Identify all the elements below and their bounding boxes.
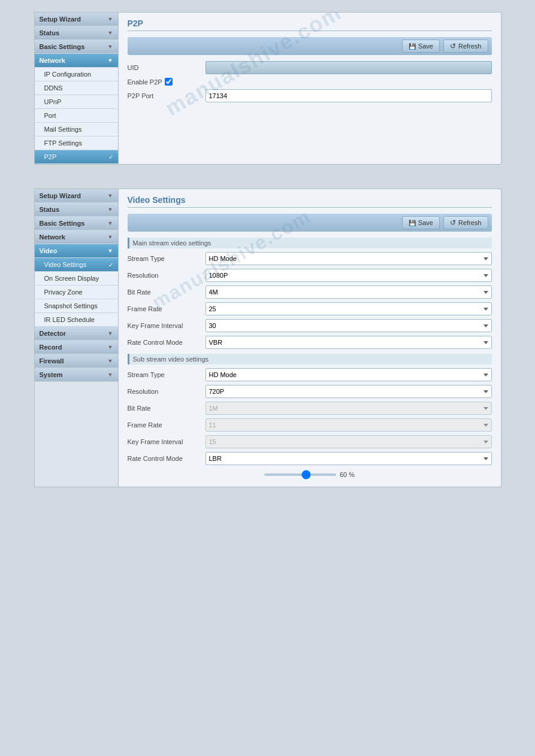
p2p-section-title: P2P — [128, 19, 492, 31]
sidebar-item-setup-wizard[interactable]: Setup Wizard ▼ — [35, 13, 118, 26]
main-stream-type-select[interactable]: HD Mode — [205, 252, 492, 265]
main-bit-rate-label: Bit Rate — [128, 289, 205, 296]
sidebar-item-ip-config[interactable]: IP Configuration — [35, 68, 118, 81]
sub-rate-control-select[interactable]: LBR — [205, 452, 492, 465]
v-sidebar-firewall[interactable]: Firewall ▼ — [35, 354, 118, 368]
sidebar-item-ddns[interactable]: DDNS — [35, 81, 118, 95]
v-system-label: System — [40, 371, 63, 378]
v-sidebar-record[interactable]: Record ▼ — [35, 341, 118, 354]
v-video-label: Video — [40, 247, 58, 254]
sub-frame-rate-select[interactable]: 11 — [205, 418, 492, 432]
enable-p2p-checkbox[interactable] — [165, 78, 173, 86]
main-key-frame-label: Key Frame Interval — [128, 322, 205, 329]
sub-key-frame-select[interactable]: 15 — [205, 435, 492, 448]
v-sidebar-video[interactable]: Video ▼ — [35, 244, 118, 258]
slider-value: 60 % — [340, 471, 355, 478]
p2p-port-row: P2P Port — [128, 89, 492, 102]
sidebar-item-ftp[interactable]: FTP Settings — [35, 136, 118, 150]
video-refresh-label: Refresh — [458, 219, 482, 226]
sidebar-item-status[interactable]: Status ▼ — [35, 26, 118, 40]
video-panel-container: Setup Wizard ▼ Status ▼ Basic Settings ▼… — [34, 189, 501, 487]
sub-stream-type-select[interactable]: HD Mode — [205, 368, 492, 381]
v-sidebar-video-settings[interactable]: Video Settings ✓ — [35, 258, 118, 272]
sub-key-frame-row: Key Frame Interval 15 — [128, 435, 492, 448]
basic-settings-arrow: ▼ — [108, 44, 113, 50]
v-firewall-label: Firewall — [40, 357, 64, 365]
p2p-save-button[interactable]: Save — [402, 40, 440, 53]
network-label: Network — [40, 57, 65, 64]
uid-label: UID — [128, 64, 205, 71]
main-key-frame-select[interactable]: 30 — [205, 319, 492, 332]
sub-resolution-select[interactable]: 720P — [205, 385, 492, 398]
v-sidebar-status[interactable]: Status ▼ — [35, 203, 118, 217]
sub-stream-header: Sub stream video settings — [128, 354, 492, 365]
v-sidebar-privacy[interactable]: Privacy Zone — [35, 286, 118, 299]
main-frame-rate-select[interactable]: 25 — [205, 302, 492, 315]
v-record-arrow: ▼ — [108, 344, 113, 350]
main-bit-rate-select[interactable]: 4M — [205, 286, 492, 299]
sidebar-item-mail[interactable]: Mail Settings — [35, 123, 118, 136]
video-section-title: Video Settings — [128, 195, 492, 208]
main-frame-rate-row: Frame Rate 25 — [128, 302, 492, 315]
enable-p2p-row: Enable P2P — [128, 78, 492, 86]
ftp-label: FTP Settings — [44, 139, 82, 147]
v-video-arrow: ▼ — [108, 248, 113, 254]
v-privacy-label: Privacy Zone — [44, 289, 83, 296]
main-stream-type-label: Stream Type — [128, 255, 205, 262]
v-sidebar-snapshot[interactable]: Snapshot Settings — [35, 299, 118, 313]
v-detector-label: Detector — [40, 330, 67, 337]
sub-stream-type-label: Stream Type — [128, 371, 205, 378]
v-detector-arrow: ▼ — [108, 330, 113, 336]
sidebar-item-basic-settings[interactable]: Basic Settings ▼ — [35, 40, 118, 54]
sidebar-item-port[interactable]: Port — [35, 109, 118, 123]
v-status-label: Status — [40, 206, 60, 213]
video-save-icon — [409, 219, 416, 226]
v-osd-label: On Screen Display — [44, 275, 99, 282]
video-refresh-button[interactable]: Refresh — [443, 216, 488, 229]
video-panel: Setup Wizard ▼ Status ▼ Basic Settings ▼… — [34, 189, 501, 487]
quality-slider[interactable] — [264, 473, 336, 476]
p2p-panel-container: Setup Wizard ▼ Status ▼ Basic Settings ▼… — [34, 12, 501, 165]
v-sidebar-setup[interactable]: Setup Wizard ▼ — [35, 189, 118, 203]
main-rate-control-select[interactable]: VBR — [205, 336, 492, 349]
setup-wizard-label: Setup Wizard — [40, 16, 81, 23]
main-bit-rate-row: Bit Rate 4M — [128, 286, 492, 299]
sub-rate-control-label: Rate Control Mode — [128, 455, 205, 462]
v-video-settings-check: ✓ — [108, 262, 113, 268]
sub-frame-rate-label: Frame Rate — [128, 421, 205, 429]
v-basic-arrow: ▼ — [108, 220, 113, 226]
video-save-button[interactable]: Save — [402, 216, 440, 229]
enable-p2p-label: Enable P2P — [128, 78, 162, 86]
v-sidebar-osd[interactable]: On Screen Display — [35, 272, 118, 286]
v-network-label: Network — [40, 233, 65, 241]
port-label: Port — [44, 112, 56, 119]
main-resolution-select[interactable]: 1080P — [205, 269, 492, 282]
main-frame-rate-label: Frame Rate — [128, 305, 205, 312]
setup-wizard-arrow: ▼ — [108, 16, 113, 22]
video-refresh-icon — [450, 218, 456, 227]
v-snapshot-label: Snapshot Settings — [44, 302, 98, 309]
p2p-refresh-button[interactable]: Refresh — [443, 40, 488, 53]
ddns-label: DDNS — [44, 84, 63, 92]
sidebar-item-upnp[interactable]: UPnP — [35, 95, 118, 109]
uid-input[interactable] — [205, 61, 492, 74]
p2p-panel: Setup Wizard ▼ Status ▼ Basic Settings ▼… — [34, 12, 501, 165]
video-main-content: Video Settings Save Refresh Main stream … — [119, 189, 501, 487]
v-sidebar-system[interactable]: System ▼ — [35, 368, 118, 382]
sidebar-item-p2p[interactable]: P2P ✓ — [35, 150, 118, 164]
sub-frame-rate-row: Frame Rate 11 — [128, 418, 492, 432]
v-sidebar-detector[interactable]: Detector ▼ — [35, 327, 118, 341]
p2p-toolbar: Save Refresh — [128, 37, 492, 55]
main-rate-control-row: Rate Control Mode VBR — [128, 336, 492, 349]
v-sidebar-network[interactable]: Network ▼ — [35, 230, 118, 244]
v-sidebar-basic[interactable]: Basic Settings ▼ — [35, 217, 118, 230]
v-sidebar-ir[interactable]: IR LED Schedule — [35, 313, 118, 327]
refresh-icon — [450, 42, 456, 50]
main-resolution-row: Resolution 1080P — [128, 269, 492, 282]
sub-stream-type-row: Stream Type HD Mode — [128, 368, 492, 381]
basic-settings-label: Basic Settings — [40, 43, 85, 50]
refresh-label: Refresh — [458, 42, 482, 50]
sub-bit-rate-select[interactable]: 1M — [205, 402, 492, 415]
p2p-port-input[interactable] — [205, 89, 492, 102]
sidebar-item-network[interactable]: Network ▼ — [35, 54, 118, 68]
